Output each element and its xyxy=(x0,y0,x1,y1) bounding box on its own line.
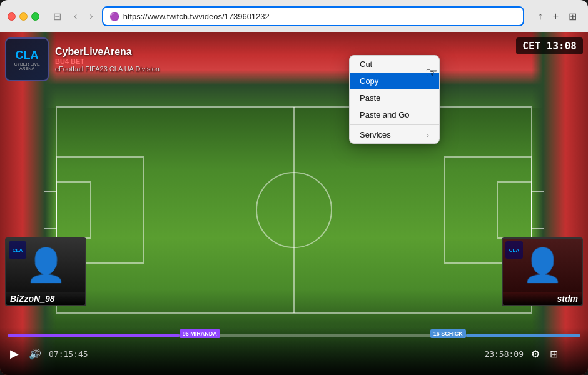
stream-header: CLA CYBER LIVE ARENA CyberLiveArena BU4 … xyxy=(5,38,160,81)
time-total: 23:58:09 xyxy=(368,349,524,359)
minimize-button[interactable] xyxy=(19,12,28,21)
field-markings xyxy=(44,95,544,325)
copy-label: Copy xyxy=(360,76,378,86)
player-left-name: BiZzoN_98 xyxy=(6,291,85,305)
time-elapsed: 07:15:45 xyxy=(49,349,204,359)
timer-badge: CET 13:08 xyxy=(516,38,583,54)
forward-button[interactable]: › xyxy=(86,8,96,24)
player-right-overlay: 👤 CLA stdm xyxy=(502,238,583,325)
play-button[interactable]: ▶ xyxy=(8,344,21,363)
player-right-logo: CLA xyxy=(505,241,523,259)
player-cam-left: 👤 CLA BiZzoN_98 xyxy=(5,238,86,306)
context-menu-paste-go[interactable]: Paste and Go xyxy=(350,106,439,123)
progress-fill-left xyxy=(8,334,180,337)
titlebar: ⊟ ‹ › 🟣 ↑ + ⊞ xyxy=(0,0,588,32)
close-button[interactable] xyxy=(8,12,16,21)
context-menu-separator xyxy=(350,124,439,125)
context-menu-cut[interactable]: Cut xyxy=(350,56,439,72)
settings-button[interactable]: ⚙ xyxy=(529,346,542,362)
context-menu-services[interactable]: Services › xyxy=(350,126,439,143)
svg-rect-7 xyxy=(497,182,532,238)
volume-button[interactable]: 🔊 xyxy=(26,346,44,362)
stream-subtitle: eFootball FIFA23 CLA UA Division xyxy=(55,65,160,72)
context-menu-copy[interactable]: Copy xyxy=(350,72,439,89)
progress-fill-right xyxy=(466,334,580,337)
controls-bar: 96 MIRANDA 16 SCHICK ▶ 🔊 07:15:45 23:58:… xyxy=(0,328,588,375)
services-label: Services xyxy=(360,130,391,139)
paste-label: Paste xyxy=(360,93,380,102)
content-area: CLA CYBER LIVE ARENA CyberLiveArena BU4 … xyxy=(0,32,588,375)
back-button[interactable]: ‹ xyxy=(70,8,81,24)
browser-window: ⊟ ‹ › 🟣 ↑ + ⊞ xyxy=(0,0,588,375)
toolbar-right: ↑ + ⊞ xyxy=(534,8,580,25)
fullscreen-button[interactable]: ⛶ xyxy=(565,346,580,362)
svg-rect-9 xyxy=(532,191,544,229)
player-left-overlay: 👤 CLA BiZzoN_98 xyxy=(5,238,86,325)
video-background: CLA CYBER LIVE ARENA CyberLiveArena BU4 … xyxy=(0,32,588,375)
cla-logo-sub: CYBER LIVE ARENA xyxy=(6,62,48,71)
stream-info: CyberLiveArena BU4 BET eFootball FIFA23 … xyxy=(55,46,160,72)
player-left-logo: CLA xyxy=(9,241,26,259)
context-menu-paste[interactable]: Paste xyxy=(350,89,439,106)
cut-label: Cut xyxy=(360,59,372,69)
player-right-name: stdm xyxy=(503,291,582,305)
sidebar-toggle-button[interactable]: ⊟ xyxy=(49,8,65,25)
tab-grid-button[interactable]: ⊞ xyxy=(565,8,580,25)
player-cam-right: 👤 CLA stdm xyxy=(502,238,583,306)
svg-rect-8 xyxy=(44,191,56,229)
match-info: BU4 BET xyxy=(55,58,160,65)
new-tab-button[interactable]: + xyxy=(549,8,562,25)
svg-rect-5 xyxy=(56,182,91,238)
address-bar-container[interactable]: 🟣 xyxy=(102,6,524,26)
cla-logo-text: CLA xyxy=(16,49,39,62)
address-bar-input[interactable] xyxy=(123,12,517,21)
cla-logo: CLA CYBER LIVE ARENA xyxy=(5,38,49,81)
progress-bar-container[interactable]: 96 MIRANDA 16 SCHICK xyxy=(0,328,588,340)
progress-track[interactable]: 96 MIRANDA 16 SCHICK xyxy=(8,334,580,337)
controls-right: ⚙ ⊞ ⛶ xyxy=(529,346,580,362)
layout-button[interactable]: ⊞ xyxy=(547,346,560,362)
traffic-lights xyxy=(8,12,39,21)
player-tag-right: 16 SCHICK xyxy=(430,329,466,338)
services-arrow-icon: › xyxy=(427,131,429,139)
twitch-favicon: 🟣 xyxy=(109,12,119,21)
player-tag-left: 96 MIRANDA xyxy=(180,329,220,338)
paste-go-label: Paste and Go xyxy=(360,110,410,119)
controls-row: ▶ 🔊 07:15:45 23:58:09 ⚙ ⊞ ⛶ xyxy=(0,340,588,368)
maximize-button[interactable] xyxy=(31,12,39,21)
channel-name: CyberLiveArena xyxy=(55,46,160,58)
share-button[interactable]: ↑ xyxy=(534,8,547,25)
context-menu: Cut Copy Paste Paste and Go Services › xyxy=(349,55,440,144)
